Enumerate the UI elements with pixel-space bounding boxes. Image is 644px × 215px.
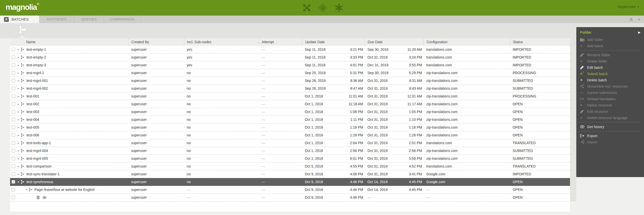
row-checkbox[interactable] [12, 48, 15, 51]
column-header-update_date[interactable]: Update Date [302, 38, 365, 46]
table-row[interactable]: ▸test-004superuserno—Oct 1, 20181:11 PMO… [10, 116, 570, 124]
chevron-right-icon[interactable]: ▸ [16, 134, 21, 137]
table-row[interactable]: desuperuser——Oct 9, 20184:46 PM——OPEN [10, 194, 570, 201]
table-row[interactable]: ▸test-empty-3superuseryes—Sep 11, 20184:… [10, 61, 570, 69]
cell-attempt: — [259, 100, 302, 108]
row-checkbox[interactable] [12, 79, 15, 82]
row-checkbox[interactable] [12, 141, 15, 145]
table-row[interactable]: ▾Page /travel/tour at website for Englis… [10, 186, 570, 194]
asterisk-icon[interactable] [334, 3, 344, 13]
table-row[interactable]: ▸test-006superuserno—Oct 1, 20181:28 PMO… [10, 131, 570, 139]
column-header-configuration[interactable]: Configuration [424, 38, 510, 46]
batch-icon [21, 87, 24, 90]
chevron-right-icon[interactable]: ▸ [16, 126, 21, 129]
cell-name: ▸test-001 [10, 92, 128, 100]
chevron-right-icon[interactable]: ▸ [16, 118, 21, 121]
action-edit-batch[interactable]: Edit batch [576, 64, 644, 71]
chevron-right-icon[interactable]: ▸ [16, 71, 21, 75]
table-row[interactable]: ▸test-empty-2superuseryes—Sep 11, 20183:… [10, 53, 570, 61]
chevron-right-icon[interactable]: ▸ [16, 87, 21, 90]
table-row[interactable]: ▸test-005superuserno—Oct 1, 20181:18 PMO… [10, 124, 570, 131]
column-header-status[interactable]: Status [510, 38, 570, 46]
table-row[interactable]: ▸test-003superuserno—Oct 1, 20181:06 PMO… [10, 108, 570, 116]
row-checkbox[interactable] [12, 126, 15, 129]
cell-created-by: superuser [128, 77, 184, 84]
table-row[interactable]: ✓▾test-synchronoussuperuserno—Oct 9, 201… [10, 178, 570, 186]
column-header-due_date[interactable]: Due Date [365, 38, 424, 46]
time-value: 1:05 PM [409, 110, 422, 114]
table-row[interactable]: ▸test-001superuserno—Oct 1, 201811:01 AM… [10, 92, 570, 100]
table-row[interactable]: ▸test-mgnl-001superuserno—Sep 26, 20188:… [10, 77, 570, 85]
chevron-right-icon[interactable]: ▸ [16, 110, 21, 114]
chevron-right-icon[interactable]: ▸ [16, 95, 21, 98]
row-checkbox[interactable] [12, 172, 15, 176]
row-checkbox[interactable] [12, 188, 15, 191]
row-checkbox[interactable] [12, 165, 15, 168]
user-menu[interactable]: superuser ▾ [618, 5, 639, 9]
chevron-right-icon[interactable]: ▸ [16, 102, 21, 106]
table-row[interactable]: ▸test-empty-1superuseryes—Sep 11, 20183:… [10, 46, 570, 53]
tab-batches[interactable]: AxBATCHES [0, 16, 40, 23]
table-row[interactable]: ▸test-mgnl-1superuserno—Sep 25, 20185:31… [10, 69, 570, 77]
action-get-history[interactable]: Get history [576, 124, 644, 130]
row-checkbox[interactable] [12, 196, 15, 199]
table-row[interactable]: ▸test-sync-translator-1superuserno—Oct 9… [10, 170, 570, 178]
column-header-sub_nodes[interactable]: Incl. Sub-nodes [184, 38, 259, 46]
cell-name: ▸test-004 [10, 116, 128, 123]
action-label: Edit batch [587, 66, 603, 70]
tree-view-button[interactable] [17, 25, 27, 35]
row-checkbox[interactable] [12, 71, 15, 75]
cell-name: ▸test-005 [10, 124, 128, 131]
row-checkbox[interactable] [12, 63, 15, 67]
table-row[interactable]: ▸test-comparisonsuperuserno—Oct 5, 20184… [10, 163, 570, 170]
chevron-right-icon[interactable]: ▸ [16, 173, 21, 176]
chevron-right-icon[interactable]: ▸ [16, 79, 21, 82]
date-value: Oct 1, 2018 [305, 102, 323, 106]
row-checkbox[interactable] [12, 133, 15, 137]
close-app-icon[interactable]: × [638, 17, 640, 22]
column-header-name[interactable]: Name [10, 38, 128, 46]
chevron-right-icon[interactable]: ▸ [16, 165, 21, 168]
dev-mode-icon[interactable] [318, 3, 328, 13]
row-checkbox[interactable] [12, 110, 15, 114]
table-row[interactable]: ▸test-mgnl-005superuserno—Oct 1, 20186:0… [10, 155, 570, 163]
row-checkbox[interactable] [12, 87, 15, 90]
table-row[interactable]: ▸test-mgnl-004superuserno—Oct 1, 20182:5… [10, 147, 570, 155]
chevron-right-icon[interactable]: ▸ [16, 141, 21, 145]
column-header-attempt[interactable]: Attempt [259, 38, 302, 46]
combine-icon[interactable] [301, 3, 312, 13]
row-checkbox[interactable] [12, 94, 15, 98]
chevron-right-icon[interactable]: ▸ [16, 64, 21, 67]
table-row[interactable]: ▸test-mgnl-002superuserno—Sep 26, 20188:… [10, 85, 570, 92]
chevron-right-icon[interactable]: ▸ [16, 149, 21, 152]
sidebar-expand-icon[interactable]: ▶ [638, 31, 640, 34]
column-header-created_by[interactable]: Created By [128, 38, 184, 46]
action-export[interactable]: Export [576, 133, 644, 139]
cell-status: PROCESSING [510, 69, 570, 77]
tab-comparison[interactable]: COMPARISON [104, 16, 141, 23]
row-checkbox[interactable] [12, 149, 15, 152]
cell-created-by: superuser [128, 186, 184, 193]
table-row[interactable]: ▸test-tools-app-1superuserno—Oct 1, 2018… [10, 139, 570, 147]
cell-status: PROCESSING [510, 92, 570, 100]
collapse-tabs-icon[interactable] [629, 18, 633, 21]
cell-configuration: zip-translations.com [424, 100, 510, 108]
chevron-right-icon[interactable]: ▸ [16, 56, 21, 59]
chevron-right-icon[interactable]: ▸ [16, 157, 21, 160]
tab-queues[interactable]: QUEUES [74, 16, 104, 23]
row-checkbox[interactable] [12, 102, 15, 106]
chevron-right-icon[interactable]: ▸ [16, 48, 21, 51]
action-delete-batch[interactable]: ×Delete batch [576, 77, 644, 83]
chevron-down-icon[interactable]: ▾ [24, 188, 29, 191]
row-checkbox[interactable] [12, 157, 15, 160]
table-row[interactable]: ▸test-002superuserno—Oct 1, 201811:18 AM… [10, 100, 570, 108]
row-checkbox[interactable] [12, 118, 15, 121]
row-checkbox[interactable] [12, 56, 15, 59]
tab-histories[interactable]: HISTORIES [40, 16, 74, 23]
sidebar-header: Folder ▶ [576, 27, 644, 36]
vertical-scrollbar[interactable] [570, 38, 576, 201]
tab-label: QUEUES [81, 17, 97, 21]
row-checkbox[interactable]: ✓ [12, 180, 15, 184]
action-submit-batch[interactable]: AxSubmit batch [576, 71, 644, 77]
chevron-down-icon[interactable]: ▾ [16, 180, 21, 184]
